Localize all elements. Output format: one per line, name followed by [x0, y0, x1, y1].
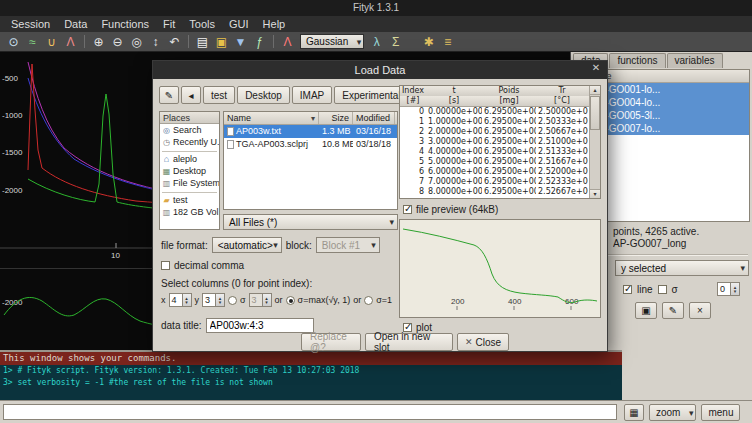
sidebar-tab[interactable]: functions: [609, 53, 665, 68]
place-icon: [162, 125, 171, 135]
baseline-mode-icon[interactable]: ∪: [42, 33, 61, 50]
decimal-comma-checkbox[interactable]: [161, 261, 170, 270]
menu-item[interactable]: Tools: [182, 16, 222, 32]
svg-text:-1500: -1500: [2, 148, 23, 157]
rename-dataset-button[interactable]: ✎: [662, 302, 684, 319]
file-list: Name ▾ Size Modified AP003w.txt 1.3 MB 0…: [223, 111, 398, 210]
file-preview-label: file preview (64kB): [416, 204, 498, 215]
zoom-dropdown[interactable]: zoom ▾: [649, 404, 696, 421]
x-column-spinner[interactable]: 4 ▴▾: [169, 293, 192, 307]
column-header-name[interactable]: Name ▾: [224, 112, 319, 124]
zoom-in-icon[interactable]: ⊕: [89, 33, 108, 50]
run-script-icon[interactable]: ƒ: [250, 33, 269, 50]
path-scroll-left-button[interactable]: ◂: [181, 86, 201, 104]
auto-add-peak-icon[interactable]: Λ: [278, 33, 297, 50]
spinner-arrows-icon[interactable]: ▴▾: [215, 294, 224, 306]
data-table-button[interactable]: ▦: [624, 404, 644, 421]
places-item[interactable]: Desktop: [160, 165, 219, 177]
console-line: 1> # Fityk script. Fityk version: 1.3.1.…: [0, 365, 622, 377]
zoom-all-icon[interactable]: ◎: [127, 33, 146, 50]
line-checkbox[interactable]: [623, 285, 632, 294]
sigma-column-radio[interactable]: [228, 296, 237, 305]
file-preview-checkbox[interactable]: [403, 205, 412, 214]
svg-text:-1000: -1000: [2, 111, 23, 120]
scroll-thumb[interactable]: [590, 96, 600, 130]
new-script-icon[interactable]: ▤: [193, 33, 212, 50]
places-header: Places: [160, 112, 219, 124]
sigma-one-radio[interactable]: [364, 296, 373, 305]
data-title-row: data title:: [161, 318, 314, 333]
menu-item[interactable]: Data: [57, 16, 94, 32]
preview-plot[interactable]: 200 400 600: [399, 219, 601, 318]
output-console[interactable]: This window shows your commands. 1> # Fi…: [0, 350, 622, 400]
menu-item[interactable]: Functions: [94, 16, 156, 32]
table-scrollbar[interactable]: ▴ ▾: [589, 86, 600, 198]
zoom-vertical-icon[interactable]: ↕: [146, 33, 165, 50]
type-filename-button[interactable]: ✎: [159, 86, 179, 104]
places-item[interactable]: Search: [160, 124, 219, 136]
sidebar-tab[interactable]: variables: [667, 53, 723, 68]
breadcrumb-button[interactable]: Desktop: [237, 86, 290, 104]
places-item[interactable]: Recently U...: [160, 136, 219, 148]
data-title-input[interactable]: [206, 318, 314, 333]
dialog-titlebar[interactable]: Load Data ✕: [153, 61, 607, 79]
settings-icon[interactable]: ✱: [419, 33, 438, 50]
close-button[interactable]: ✕ Close: [457, 333, 509, 351]
save-session-icon[interactable]: ▼: [231, 33, 250, 50]
spinner-arrows-icon[interactable]: ▴▾: [182, 294, 191, 306]
TGA-AP003.sclprj[interactable]: TGA-AP003.sclprj 10.8 MB 03/18/18: [224, 138, 397, 151]
breadcrumb-button[interactable]: IMAP: [292, 86, 332, 104]
data-range-mode-icon[interactable]: ≈: [23, 33, 42, 50]
delete-dataset-button[interactable]: ×: [689, 302, 711, 319]
open-file-icon[interactable]: ▣: [212, 33, 231, 50]
sigma-one-label: σ=1: [376, 295, 392, 305]
or-label: or: [275, 295, 283, 305]
menu-button[interactable]: menu: [701, 404, 740, 421]
duplicate-dataset-button[interactable]: ▣: [635, 302, 657, 319]
spinner-arrows-icon[interactable]: ▴▾: [730, 283, 739, 295]
menu-item[interactable]: Session: [4, 16, 57, 32]
column-header-size[interactable]: Size: [319, 112, 353, 124]
dialog-close-icon[interactable]: ✕: [589, 62, 603, 73]
window-titlebar[interactable]: Fityk 1.3.1: [0, 0, 752, 16]
command-input[interactable]: [3, 404, 617, 420]
menu-item[interactable]: Fit: [156, 16, 182, 32]
column-header-modified[interactable]: Modified: [353, 112, 395, 124]
places-item[interactable]: [162, 148, 217, 152]
sum-functions-icon[interactable]: Σ: [386, 33, 405, 50]
places-item[interactable]: test: [160, 194, 219, 206]
spinner-arrows-icon: ▴▾: [262, 294, 271, 306]
AP003w.txt[interactable]: AP003w.txt 1.3 MB 03/16/18: [224, 125, 397, 138]
open-in-new-slot-button[interactable]: Open in new slot: [365, 333, 453, 351]
y-column-spinner[interactable]: 3 ▴▾: [202, 293, 225, 307]
replace-button[interactable]: Replace @?: [301, 333, 361, 351]
breadcrumb-button[interactable]: Experimental: [334, 86, 408, 104]
data-view-combo[interactable]: y selected: [615, 260, 749, 276]
zoom-mode-icon[interactable]: ⊙: [4, 33, 23, 50]
places-item[interactable]: [162, 189, 217, 193]
places-item[interactable]: File System: [160, 177, 219, 189]
place-icon: [162, 154, 171, 164]
toolbar-separator: [84, 35, 85, 48]
scroll-down-icon[interactable]: ▾: [590, 189, 600, 198]
file-list-header: Name ▾ Size Modified: [224, 112, 397, 125]
sigma-max-label: σ=max(√y, 1): [298, 295, 351, 305]
places-item[interactable]: aleplo: [160, 153, 219, 165]
point-size-spinner[interactable]: 0 ▴▾: [717, 282, 740, 296]
sigma-max-radio[interactable]: [286, 296, 295, 305]
breadcrumb-button[interactable]: test: [203, 86, 235, 104]
places-item[interactable]: 182 GB Vol...: [160, 206, 219, 218]
sigma-checkbox-label: σ: [672, 284, 678, 295]
zoom-out-icon[interactable]: ⊖: [108, 33, 127, 50]
zoom-previous-icon[interactable]: ↶: [165, 33, 184, 50]
file-filter-combo[interactable]: All Files (*): [223, 214, 398, 230]
function-type-combo[interactable]: Gaussian ▾: [300, 34, 364, 49]
add-function-icon[interactable]: λ: [367, 33, 386, 50]
sigma-checkbox[interactable]: [658, 285, 667, 294]
add-peak-mode-icon[interactable]: Λ: [61, 33, 80, 50]
scroll-up-icon[interactable]: ▴: [590, 86, 600, 95]
menu-item[interactable]: Help: [256, 16, 293, 32]
menu-item[interactable]: GUI: [222, 16, 256, 32]
definitions-icon[interactable]: ≡: [438, 33, 457, 50]
file-format-combo[interactable]: <automatic>: [212, 237, 282, 253]
